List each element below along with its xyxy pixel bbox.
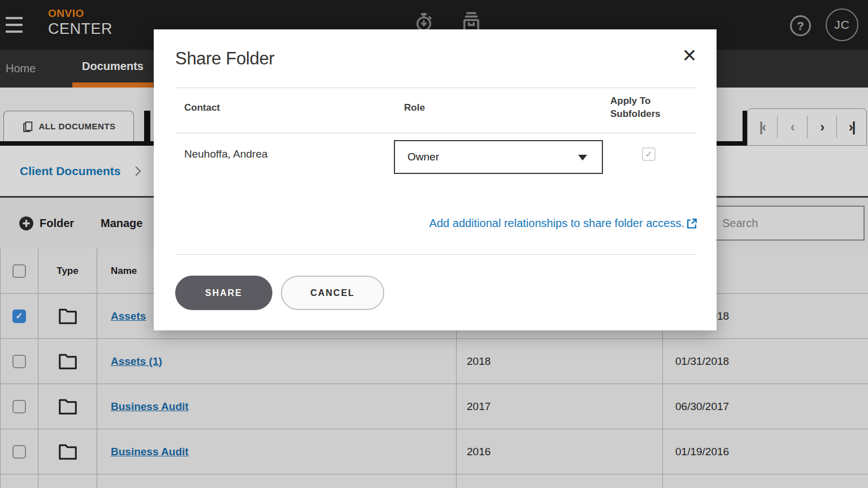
add-relationships-label: Add additional relationships to share fo… [429, 217, 684, 230]
chevron-down-icon [578, 155, 587, 160]
share-folder-modal: Share Folder × Contact Role Apply To Sub… [154, 29, 717, 330]
cancel-button[interactable]: CANCEL [281, 276, 384, 310]
divider [175, 254, 696, 255]
divider [175, 133, 696, 133]
role-column-header: Role [404, 102, 425, 115]
role-selected-value: Owner [407, 151, 439, 163]
contact-name: Neuhoffa, Andrea [184, 148, 268, 160]
apply-to-subfolders-checkbox[interactable]: ✓ [642, 147, 656, 161]
role-select[interactable]: Owner [394, 140, 603, 174]
share-button[interactable]: SHARE [175, 276, 272, 310]
external-link-icon [685, 217, 698, 230]
modal-title: Share Folder [175, 49, 275, 69]
apply-to-subfolders-header: Apply To Subfolders [610, 95, 675, 121]
close-icon[interactable]: × [677, 43, 702, 68]
add-relationships-link[interactable]: Add additional relationships to share fo… [429, 217, 698, 230]
check-icon: ✓ [645, 149, 653, 159]
app-screen: ONVIO CENTER ? JC [0, 0, 868, 488]
contact-column-header: Contact [184, 102, 220, 115]
divider [175, 88, 696, 88]
